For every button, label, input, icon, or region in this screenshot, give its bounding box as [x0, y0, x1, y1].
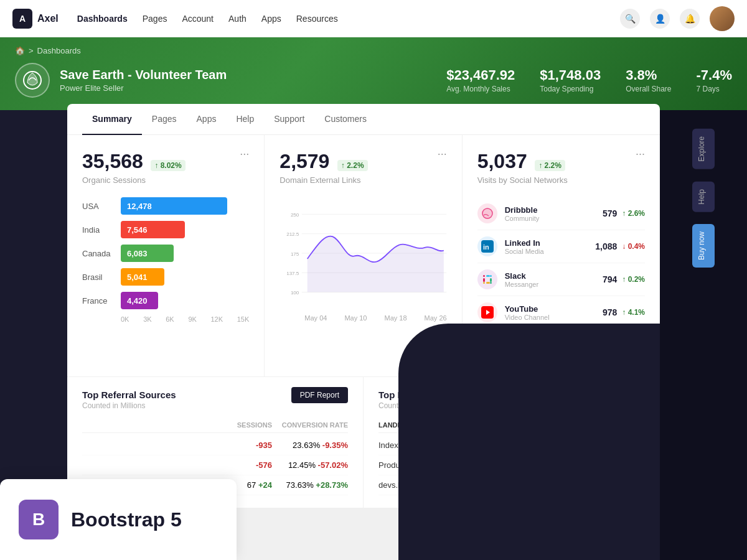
social-visits-value: 5,037: [477, 150, 527, 172]
nav-dashboards[interactable]: Dashboards: [77, 14, 128, 24]
tab-pages[interactable]: Pages: [142, 104, 187, 135]
social-visits-label: Visits by Social Networks: [477, 175, 645, 185]
breadcrumb-page: Dashboards: [37, 46, 81, 55]
nav-resources[interactable]: Resources: [296, 14, 338, 24]
svg-rect-16: [483, 275, 485, 277]
user-icon[interactable]: 👤: [650, 9, 670, 29]
stat-7days: -7.4% 7 Days: [697, 67, 732, 93]
bar-row-brasil: Brasil 5,041: [82, 268, 249, 286]
linkedin-name: Linked In: [505, 238, 596, 248]
header-stats: $23,467.92 Avg. Monthly Sales $1,748.03 …: [446, 67, 732, 93]
bar-country-india: India: [82, 225, 115, 235]
stat-label-7days: 7 Days: [697, 85, 732, 93]
svg-rect-19: [490, 278, 492, 282]
search-icon[interactable]: 🔍: [620, 9, 640, 29]
brand[interactable]: A Axel: [12, 9, 59, 29]
social-visits-more[interactable]: ···: [636, 147, 645, 161]
instagram-change: ↑ 8.3%: [622, 341, 645, 350]
nav-account[interactable]: Account: [182, 14, 214, 24]
top-pages-row-1: Index 1,256 -935 2.63 -1.35: [378, 436, 645, 455]
line-chart: 250 212.5 175 137.5 100: [280, 197, 446, 322]
social-item-instagram: Instagram Social Network 1,458 ↑ 8.3%: [477, 329, 645, 362]
external-links-more[interactable]: ···: [438, 147, 447, 161]
bar-country-canada: Canada: [82, 249, 115, 258]
stat-label-sales: Avg. Monthly Sales: [446, 85, 515, 93]
tab-summary[interactable]: Summary: [82, 104, 142, 135]
social-item-linkedin: in Linked In Social Media 1,088 ↓ 0.4%: [477, 230, 645, 263]
brand-icon: A: [12, 9, 32, 29]
bootstrap-overlay: B Bootstrap 5: [0, 479, 237, 560]
youtube-icon: [477, 302, 497, 322]
social-item-youtube: YouTube Video Channel 978 ↑ 4.1%: [477, 296, 645, 329]
svg-rect-25: [481, 339, 494, 352]
stat-value-spending: $1,748.03: [540, 67, 601, 83]
bar-row-india: India 7,546: [82, 221, 249, 238]
tab-customers[interactable]: Customers: [314, 104, 377, 135]
help-btn[interactable]: Help: [692, 182, 715, 212]
line-chart-svg: 250 212.5 175 137.5 100: [280, 197, 446, 309]
bar-row-france: France 4,420: [82, 292, 249, 309]
organic-sessions-section: 35,568 ↑ 8.02% ··· Organic Sessions USA: [67, 135, 265, 376]
instagram-count: 1,458: [595, 340, 617, 350]
nav-auth[interactable]: Auth: [228, 14, 247, 24]
tab-help[interactable]: Help: [226, 104, 264, 135]
dribbble-icon: [477, 203, 497, 223]
svg-rect-18: [490, 275, 492, 277]
dribbble-info: Dribbble Community: [505, 205, 603, 222]
team-name: Save Earth - Volunteer Team: [60, 68, 227, 82]
referral-title: Top Referral Sources: [82, 390, 176, 400]
svg-text:137.5: 137.5: [287, 271, 300, 276]
stat-value-sales: $23,467.92: [446, 67, 515, 83]
linkedin-info: Linked In Social Media: [505, 238, 596, 255]
slack-name: Slack: [505, 271, 603, 281]
main-card: Summary Pages Apps Help Support Customer…: [67, 104, 660, 508]
linkedin-type: Social Media: [505, 248, 596, 255]
brand-name: Axel: [37, 13, 59, 24]
social-visits-badge: ↑ 2.2%: [535, 160, 565, 171]
external-links-badge: ↑ 2.2%: [337, 160, 368, 171]
referral-pdf-btn[interactable]: PDF Report: [291, 387, 348, 403]
dribbble-count: 579: [603, 208, 617, 218]
svg-rect-20: [490, 282, 492, 284]
top-pages-section: Top Performing Pages Counted in Millions…: [364, 377, 660, 508]
bar-row-usa: USA 12,478: [82, 197, 249, 215]
external-links-section: 2,579 ↑ 2.2% ··· Domain External Links: [265, 135, 462, 376]
home-icon: 🏠: [15, 46, 25, 55]
svg-text:100: 100: [291, 290, 299, 296]
tab-apps[interactable]: Apps: [187, 104, 227, 135]
instagram-name: Instagram: [505, 337, 596, 347]
instagram-type: Social Network: [505, 347, 596, 354]
svg-text:250: 250: [291, 212, 299, 218]
bar-canada: 6,083: [121, 245, 174, 262]
bar-row-canada: Canada 6,083: [82, 245, 249, 262]
referral-row-2: -576 12.45% -57.02%: [82, 455, 348, 475]
explore-btn[interactable]: Explore: [692, 129, 715, 169]
organic-sessions-more[interactable]: ···: [240, 147, 249, 161]
avatar[interactable]: [710, 6, 735, 31]
buy-now-btn[interactable]: Buy now: [692, 224, 715, 268]
bar-country-brasil: Brasil: [82, 273, 115, 282]
team-logo: [15, 63, 50, 98]
dribbble-type: Community: [505, 215, 603, 222]
top-pages-row-2: Products 446 -576 1.45 0.32: [378, 455, 645, 475]
nav-apps[interactable]: Apps: [261, 14, 281, 24]
referral-row-1: -935 23.63% -9.35%: [82, 436, 348, 455]
nav-pages[interactable]: Pages: [143, 14, 167, 24]
svg-rect-17: [486, 275, 490, 277]
tab-support[interactable]: Support: [264, 104, 314, 135]
social-item-dribbble: Dribbble Community 579 ↑ 2.6%: [477, 197, 645, 230]
bar-india: 7,546: [121, 221, 185, 238]
bar-france: 4,420: [121, 292, 158, 309]
stat-label-spending: Today Spending: [540, 85, 601, 93]
svg-rect-21: [486, 282, 490, 284]
green-header: 🏠 > Dashboards Save Earth - Volunteer Te…: [0, 37, 747, 110]
team-info: Save Earth - Volunteer Team Power Elite …: [60, 68, 227, 93]
bar-chart: USA 12,478 India: [82, 197, 249, 323]
top-pages-pdf-btn[interactable]: PDF Report: [588, 387, 645, 403]
svg-text:in: in: [483, 243, 489, 251]
organic-sessions-badge: ↑ 8.02%: [151, 160, 185, 171]
bootstrap-text: Bootstrap 5: [71, 508, 182, 531]
notification-icon[interactable]: 🔔: [680, 9, 700, 29]
instagram-icon: [477, 335, 497, 355]
external-links-value: 2,579: [280, 150, 329, 172]
